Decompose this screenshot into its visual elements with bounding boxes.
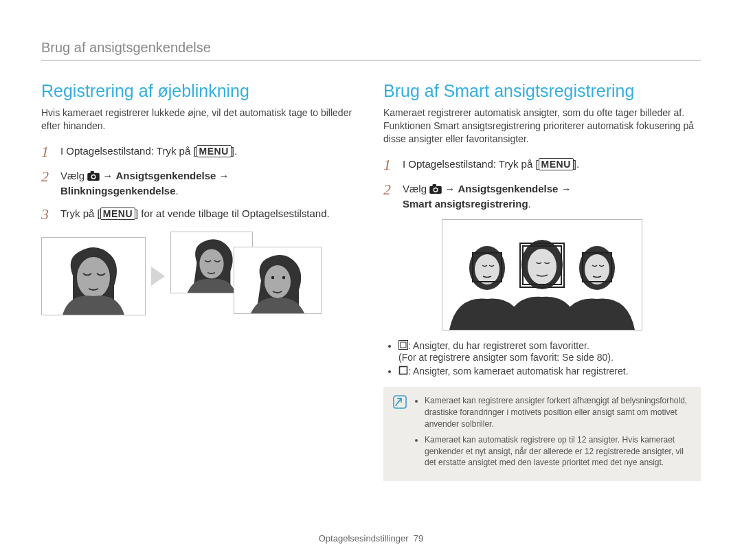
r-step1-post: ]. — [574, 158, 579, 170]
r-step2-end: . — [528, 198, 531, 210]
right-title: Brug af Smart ansigtsregistrering — [383, 81, 701, 101]
svg-rect-31 — [401, 342, 406, 348]
step1-text-post: ]. — [232, 145, 237, 157]
bullet1-b: (For at registrere ansigter som favorit:… — [398, 352, 614, 363]
svg-point-24 — [585, 254, 609, 284]
note-list: Kameraet kan registrere ansigter forkert… — [414, 395, 691, 473]
single-square-icon — [398, 366, 408, 377]
step2-bold1: Ansigtsgenkendelse — [116, 170, 216, 181]
right-intro: Kameraet registrerer automatisk ansigter… — [383, 107, 701, 146]
r-step2-arrow1: → — [442, 183, 458, 194]
step-number: 2 — [383, 181, 396, 212]
svg-point-9 — [199, 249, 223, 278]
right-bullets: : Ansigter, du har registreret som favor… — [383, 340, 701, 377]
right-step-1: 1 I Optagelsestilstand: Tryk på [MENU]. — [383, 157, 701, 173]
step1-text-pre: I Optagelsestilstand: Tryk på [ — [60, 145, 196, 157]
svg-point-18 — [434, 188, 437, 191]
svg-point-25 — [528, 249, 556, 284]
svg-point-23 — [475, 254, 499, 284]
step3-pre: Tryk på [ — [60, 208, 100, 219]
step2-pre: Vælg — [60, 170, 87, 181]
note-box: Kameraet kan registrere ansigter forkert… — [383, 387, 701, 481]
page-header: Brug af ansigtsgenkendelse — [41, 40, 701, 60]
left-illustration — [41, 232, 359, 321]
svg-rect-33 — [394, 396, 406, 408]
illustration-double-shot — [170, 232, 322, 321]
step-number: 1 — [383, 157, 396, 173]
step-number: 3 — [41, 206, 54, 223]
left-step-3: 3 Tryk på [MENU] for at vende tilbage ti… — [41, 206, 359, 223]
right-step-2: 2 Vælg → Ansigtsgenkendelse → Smart ansi… — [383, 181, 701, 212]
r-step2-bold1: Ansigtsgenkendelse — [458, 183, 559, 194]
arrow-icon — [151, 267, 165, 286]
bullet-favorite: : Ansigter, du har registreret som favor… — [398, 340, 701, 363]
svg-point-13 — [271, 276, 274, 278]
step2-bold2: Blinkningsgenkendelse — [60, 185, 176, 197]
bullet1-a: : Ansigter, du har registreret som favor… — [408, 340, 589, 351]
right-steps: 1 I Optagelsestilstand: Tryk på [MENU]. … — [383, 157, 701, 212]
svg-rect-30 — [399, 341, 408, 350]
page-footer: Optagelsesindstillinger 79 — [0, 533, 742, 544]
menu-icon: MENU — [100, 208, 135, 220]
svg-rect-1 — [91, 171, 94, 174]
step-number: 2 — [41, 168, 54, 199]
menu-icon: MENU — [539, 158, 574, 170]
bullet-auto: : Ansigter, som kameraet automatisk har … — [398, 366, 701, 377]
svg-point-3 — [92, 175, 95, 178]
double-square-icon — [398, 340, 408, 352]
left-intro: Hvis kameraet registrerer lukkede øjne, … — [41, 107, 359, 133]
right-column: Brug af Smart ansigtsregistrering Kamera… — [383, 81, 701, 481]
note-1: Kameraet kan registrere ansigter forkert… — [425, 395, 691, 429]
step2-arrow2: → — [216, 170, 229, 181]
note-2: Kameraet kan automatisk registrere op ti… — [425, 434, 691, 469]
content-columns: Registrering af øjeblinkning Hvis kamera… — [41, 81, 701, 481]
footer-label: Optagelsesindstillinger — [319, 533, 409, 544]
left-step-1: 1 I Optagelsestilstand: Tryk på [MENU]. — [41, 144, 359, 160]
left-column: Registrering af øjeblinkning Hvis kamera… — [41, 81, 359, 481]
left-step-2: 2 Vælg → Ansigtsgenkendelse → Blinknings… — [41, 168, 359, 199]
bullet2: : Ansigter, som kameraet automatisk har … — [408, 366, 629, 377]
step2-arrow1: → — [100, 170, 115, 181]
r-step2-pre: Vælg — [403, 183, 429, 194]
note-icon — [393, 395, 407, 409]
svg-rect-16 — [433, 184, 436, 187]
left-steps: 1 I Optagelsestilstand: Tryk på [MENU]. … — [41, 144, 359, 223]
illustration-closed-eyes — [41, 237, 146, 315]
r-step2-bold2: Smart ansigtsregistrering — [403, 198, 528, 210]
svg-point-14 — [282, 276, 285, 278]
r-step2-arrow2: → — [558, 183, 571, 194]
camera-icon — [429, 183, 442, 194]
footer-page: 79 — [414, 533, 423, 544]
step-number: 1 — [41, 144, 54, 160]
right-illustration — [442, 219, 642, 331]
svg-point-6 — [77, 257, 110, 298]
camera-icon — [87, 170, 100, 181]
step3-post: ] for at vende tilbage til Optagelsestil… — [135, 208, 330, 219]
menu-icon: MENU — [196, 145, 232, 157]
r-step1-pre: I Optagelsestilstand: Tryk på [ — [403, 158, 539, 170]
svg-rect-32 — [400, 367, 407, 374]
left-title: Registrering af øjeblinkning — [41, 81, 359, 101]
step2-end: . — [176, 185, 179, 197]
